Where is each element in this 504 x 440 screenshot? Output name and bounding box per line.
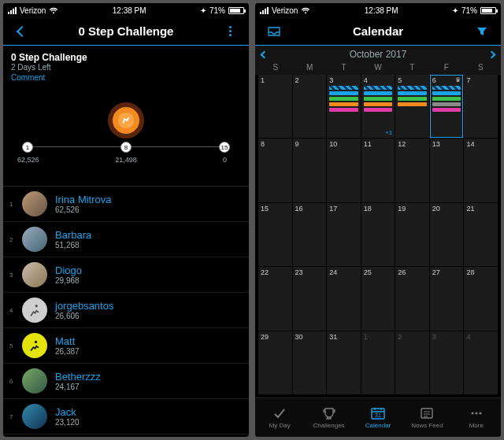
tab-label: More bbox=[469, 422, 484, 429]
leaderboard-row[interactable]: 8Valentina Palladino bbox=[3, 434, 249, 437]
calendar-day[interactable]: 14 bbox=[464, 139, 498, 202]
activity-band bbox=[398, 91, 427, 95]
nav-bar: 0 Step Challenge bbox=[3, 17, 249, 46]
calendar-day[interactable]: 11 bbox=[361, 139, 395, 202]
status-bar: Verizon 12:38 PM ✦ 71% bbox=[3, 3, 249, 17]
calendar-day[interactable]: 18 bbox=[361, 203, 395, 266]
calendar-day[interactable]: 13 bbox=[430, 139, 464, 202]
newsfeed-icon bbox=[419, 406, 435, 420]
activity-band bbox=[432, 108, 461, 112]
calendar-day[interactable]: 8 bbox=[258, 139, 292, 202]
leaderboard-row[interactable]: 3Diogo29,968 bbox=[3, 257, 249, 293]
tab-news-feed[interactable]: News Feed bbox=[402, 398, 451, 437]
calendar-day[interactable]: 15 bbox=[258, 203, 292, 266]
calendar-day[interactable]: 2 bbox=[293, 75, 327, 138]
calendar-icon: 31 bbox=[370, 406, 386, 420]
more-button[interactable] bbox=[219, 26, 241, 36]
calendar-day[interactable]: 24 bbox=[327, 267, 361, 330]
calendar-day[interactable]: 26 bbox=[395, 267, 429, 330]
calendar-day[interactable]: 3 bbox=[327, 75, 361, 138]
calendar-day[interactable]: 1 bbox=[361, 331, 395, 394]
nav-bar: Calendar bbox=[255, 17, 501, 46]
day-number: 1 bbox=[364, 333, 368, 341]
carrier-label: Verizon bbox=[272, 6, 298, 15]
calendar-day[interactable]: 12 bbox=[395, 139, 429, 202]
calendar-day[interactable]: 17 bbox=[327, 203, 361, 266]
day-number: 2 bbox=[295, 76, 299, 84]
calendar-day[interactable]: 10 bbox=[327, 139, 361, 202]
calendar-day[interactable]: 23 bbox=[293, 267, 327, 330]
calendar-day[interactable]: 21 bbox=[464, 203, 498, 266]
calendar-day[interactable]: 1 bbox=[258, 75, 292, 138]
tab-calendar[interactable]: 31Calendar bbox=[354, 398, 402, 437]
clock: 12:38 PM bbox=[113, 6, 146, 15]
kebab-icon bbox=[229, 26, 232, 36]
back-button[interactable] bbox=[11, 28, 33, 35]
day-number: 18 bbox=[364, 205, 372, 213]
calendar-day[interactable]: 28 bbox=[464, 267, 498, 330]
calendar-day[interactable]: 19 bbox=[395, 203, 429, 266]
day-number: 10 bbox=[329, 140, 337, 148]
day-node: 1 bbox=[22, 142, 33, 153]
inbox-button[interactable] bbox=[263, 27, 285, 36]
participant-name: Betherzzz bbox=[55, 371, 101, 383]
calendar-day[interactable]: 27 bbox=[430, 267, 464, 330]
activity-bands bbox=[398, 86, 427, 106]
participant-value: 29,968 bbox=[55, 276, 82, 285]
activity-bands bbox=[364, 86, 393, 112]
rank-number: 4 bbox=[9, 307, 17, 314]
calendar-day[interactable]: 31 bbox=[327, 331, 361, 394]
rank-number: 2 bbox=[9, 236, 17, 243]
next-month-button[interactable] bbox=[488, 50, 496, 58]
avatar bbox=[22, 368, 47, 394]
calendar-day[interactable]: 29 bbox=[258, 331, 292, 394]
participant-name: Diogo bbox=[55, 264, 82, 276]
comment-link[interactable]: Comment bbox=[11, 73, 241, 82]
page-title: 0 Step Challenge bbox=[79, 24, 174, 38]
leaderboard-row[interactable]: 1Irina Mitrova62,526 bbox=[3, 187, 249, 222]
day-node: 8 bbox=[120, 142, 132, 153]
participant-value: 26,387 bbox=[55, 347, 80, 356]
calendar-day[interactable]: 7 bbox=[464, 75, 498, 138]
signal-icon bbox=[260, 7, 269, 14]
calendar-day[interactable]: 20 bbox=[430, 203, 464, 266]
funnel-icon bbox=[476, 27, 487, 36]
tab-challenges[interactable]: Challenges bbox=[304, 398, 353, 437]
svg-point-2 bbox=[35, 341, 37, 343]
day-number: 7 bbox=[466, 76, 470, 84]
bluetooth-icon: ✦ bbox=[452, 6, 458, 15]
tab-my-day[interactable]: My Day bbox=[255, 398, 304, 437]
day-number: 16 bbox=[295, 205, 303, 213]
calendar-day[interactable]: 3 bbox=[430, 331, 464, 394]
leaderboard-row[interactable]: 6Betherzzz24,167 bbox=[3, 364, 249, 399]
rank-number: 1 bbox=[9, 201, 17, 208]
day-number: 29 bbox=[261, 333, 269, 341]
calendar-day[interactable]: 16 bbox=[293, 203, 327, 266]
calendar-day[interactable]: 4+1 bbox=[361, 75, 395, 138]
calendar-day[interactable]: 25 bbox=[361, 267, 395, 330]
avatar bbox=[22, 262, 47, 287]
battery-pct: 71% bbox=[209, 6, 225, 15]
calendar-day[interactable]: 30 bbox=[293, 331, 327, 394]
leaderboard-row[interactable]: 7Jack23,120 bbox=[3, 399, 249, 434]
calendar-day[interactable]: 9 bbox=[293, 139, 327, 202]
activity-band bbox=[364, 91, 393, 95]
calendar-day[interactable]: 4 bbox=[464, 331, 498, 394]
calendar-day[interactable]: 2 bbox=[395, 331, 429, 394]
day-number: 23 bbox=[295, 268, 303, 276]
leaderboard-row[interactable]: 2Barbara51,268 bbox=[3, 222, 249, 257]
participant-value: 24,167 bbox=[55, 383, 101, 391]
activity-band bbox=[432, 102, 461, 106]
myday-icon bbox=[272, 406, 287, 420]
calendar-day[interactable]: 22 bbox=[258, 267, 292, 330]
prev-month-button[interactable] bbox=[261, 50, 269, 58]
activity-bands bbox=[329, 86, 358, 112]
filter-button[interactable] bbox=[471, 27, 493, 36]
leaderboard-row[interactable]: 5Matt26,387 bbox=[3, 328, 249, 364]
day-number: 26 bbox=[398, 268, 406, 276]
calendar-day[interactable]: 6♛ bbox=[430, 75, 464, 138]
leaderboard-row[interactable]: 4jorgebsantos26,606 bbox=[3, 293, 249, 328]
calendar-day[interactable]: 5 bbox=[395, 75, 429, 138]
tab-more[interactable]: More bbox=[452, 398, 501, 437]
battery-icon bbox=[228, 7, 244, 14]
